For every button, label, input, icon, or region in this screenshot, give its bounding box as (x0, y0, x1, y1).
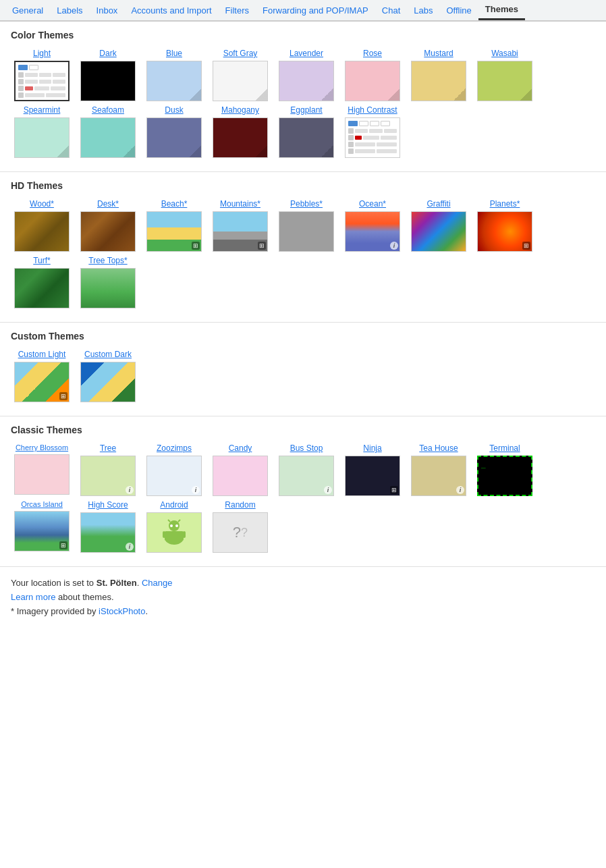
theme-dark-thumb[interactable] (80, 61, 136, 101)
theme-planets-label[interactable]: Planets* (490, 199, 520, 209)
theme-treetops[interactable]: Tree Tops* (77, 256, 139, 308)
theme-lavender-label[interactable]: Lavender (290, 49, 323, 58)
theme-mountains-label[interactable]: Mountains* (220, 199, 260, 209)
theme-blue-label[interactable]: Blue (166, 49, 182, 58)
theme-candy[interactable]: Candy (209, 443, 271, 496)
theme-random-label[interactable]: Random (225, 500, 255, 510)
theme-ninja[interactable]: Ninja ⊞ (341, 443, 404, 496)
theme-dark[interactable]: Dark (77, 49, 139, 101)
theme-eggplant-label[interactable]: Eggplant (290, 105, 322, 115)
theme-beach[interactable]: Beach* ⊞ (143, 199, 205, 252)
nav-filters[interactable]: Filters (219, 1, 256, 20)
theme-tree-thumb[interactable]: i (80, 456, 136, 496)
theme-softgray-label[interactable]: Soft Gray (223, 49, 258, 58)
theme-eggplant[interactable]: Eggplant (275, 105, 337, 158)
theme-turf[interactable]: Turf* (11, 256, 73, 308)
theme-customlight[interactable]: Custom Light ⊞ (11, 350, 73, 402)
theme-seafoam-label[interactable]: Seafoam (92, 105, 124, 115)
theme-zoozimps[interactable]: Zoozimps i (143, 443, 205, 496)
theme-busstop-thumb[interactable]: i (279, 456, 334, 496)
theme-rose[interactable]: Rose (341, 49, 404, 101)
theme-light-thumb[interactable] (14, 61, 70, 101)
theme-mustard[interactable]: Mustard (408, 49, 470, 101)
theme-light[interactable]: Light (11, 49, 73, 101)
theme-cherryblossom-thumb[interactable] (14, 454, 70, 495)
theme-spearmint-thumb[interactable] (14, 117, 70, 158)
theme-rose-thumb[interactable] (345, 61, 400, 101)
theme-teahouse[interactable]: Tea House i (408, 443, 470, 496)
theme-desk-label[interactable]: Desk* (97, 199, 119, 209)
nav-labels[interactable]: Labels (50, 1, 89, 20)
theme-cherryblossom-label[interactable]: Cherry Blossom (16, 443, 68, 452)
theme-android-thumb[interactable] (146, 512, 202, 553)
theme-seafoam-thumb[interactable] (80, 117, 136, 158)
theme-android[interactable]: Android (143, 500, 205, 553)
theme-softgray-thumb[interactable] (213, 61, 268, 101)
theme-customlight-thumb[interactable]: ⊞ (14, 362, 70, 402)
theme-desk-thumb[interactable] (80, 211, 136, 252)
theme-ninja-thumb[interactable]: ⊞ (345, 456, 400, 496)
theme-terminal-thumb[interactable]: _ (477, 456, 532, 496)
nav-offline[interactable]: Offline (439, 1, 478, 20)
theme-highscore[interactable]: High Score i (77, 500, 139, 553)
theme-zoozimps-label[interactable]: Zoozimps (157, 443, 192, 453)
theme-wasabi[interactable]: Wasabi (474, 49, 536, 101)
theme-mustard-label[interactable]: Mustard (424, 49, 453, 58)
theme-pebbles[interactable]: Pebbles* (275, 199, 337, 252)
theme-blue[interactable]: Blue (143, 49, 205, 101)
theme-highscore-label[interactable]: High Score (88, 500, 128, 510)
theme-softgray[interactable]: Soft Gray (209, 49, 271, 101)
theme-ocean[interactable]: Ocean* i (341, 199, 404, 252)
theme-dusk-thumb[interactable] (146, 117, 202, 158)
theme-wasabi-label[interactable]: Wasabi (491, 49, 518, 58)
theme-beach-thumb[interactable]: ⊞ (146, 211, 202, 252)
theme-mountains[interactable]: Mountains* ⊞ (209, 199, 271, 252)
theme-highcontrast[interactable]: High Contrast (341, 105, 404, 158)
theme-customlight-label[interactable]: Custom Light (18, 350, 66, 359)
theme-mountains-thumb[interactable]: ⊞ (213, 211, 268, 252)
theme-wood-label[interactable]: Wood* (30, 199, 54, 209)
theme-ninja-label[interactable]: Ninja (363, 443, 381, 453)
nav-general[interactable]: General (5, 1, 50, 20)
learn-more-link[interactable]: Learn more (11, 592, 55, 602)
theme-mahogany-label[interactable]: Mahogany (221, 105, 259, 115)
theme-orcasisland[interactable]: Orcas Island ⊞ (11, 500, 73, 553)
theme-highcontrast-label[interactable]: High Contrast (348, 105, 397, 115)
theme-graffiti[interactable]: Graffiti (408, 199, 470, 252)
theme-treetops-label[interactable]: Tree Tops* (88, 256, 127, 265)
theme-customdark-thumb[interactable] (80, 362, 136, 402)
theme-planets[interactable]: Planets* ⊞ (474, 199, 536, 252)
theme-mahogany[interactable]: Mahogany (209, 105, 271, 158)
theme-treetops-thumb[interactable] (80, 268, 136, 308)
nav-themes[interactable]: Themes (478, 0, 525, 20)
nav-labs[interactable]: Labs (407, 1, 439, 20)
theme-teahouse-label[interactable]: Tea House (419, 443, 458, 453)
theme-spearmint[interactable]: Spearmint (11, 105, 73, 158)
theme-lavender[interactable]: Lavender (275, 49, 337, 101)
theme-ocean-thumb[interactable]: i (345, 211, 400, 252)
theme-terminal[interactable]: Terminal _ (474, 443, 536, 496)
theme-mahogany-thumb[interactable] (213, 117, 268, 158)
theme-highcontrast-thumb[interactable] (345, 117, 400, 158)
theme-orcasisland-label[interactable]: Orcas Island (21, 500, 63, 508)
theme-orcasisland-thumb[interactable]: ⊞ (14, 511, 70, 551)
theme-lavender-thumb[interactable] (279, 61, 334, 101)
theme-tree-label[interactable]: Tree (100, 443, 116, 453)
theme-customdark[interactable]: Custom Dark (77, 350, 139, 402)
theme-pebbles-thumb[interactable] (279, 211, 334, 252)
theme-eggplant-thumb[interactable] (279, 117, 334, 158)
change-location-link[interactable]: Change (142, 578, 173, 588)
theme-customdark-label[interactable]: Custom Dark (84, 350, 132, 359)
theme-cherryblossom[interactable]: Cherry Blossom (11, 443, 73, 496)
theme-terminal-label[interactable]: Terminal (489, 443, 520, 453)
theme-wasabi-thumb[interactable] (477, 61, 532, 101)
theme-busstop-label[interactable]: Bus Stop (290, 443, 323, 453)
theme-rose-label[interactable]: Rose (363, 49, 382, 58)
theme-graffiti-thumb[interactable] (411, 211, 466, 252)
theme-dusk-label[interactable]: Dusk (165, 105, 183, 115)
theme-pebbles-label[interactable]: Pebbles* (290, 199, 323, 209)
theme-dark-label[interactable]: Dark (99, 49, 116, 58)
theme-tree[interactable]: Tree i (77, 443, 139, 496)
theme-turf-label[interactable]: Turf* (33, 256, 51, 265)
theme-teahouse-thumb[interactable]: i (411, 456, 466, 496)
